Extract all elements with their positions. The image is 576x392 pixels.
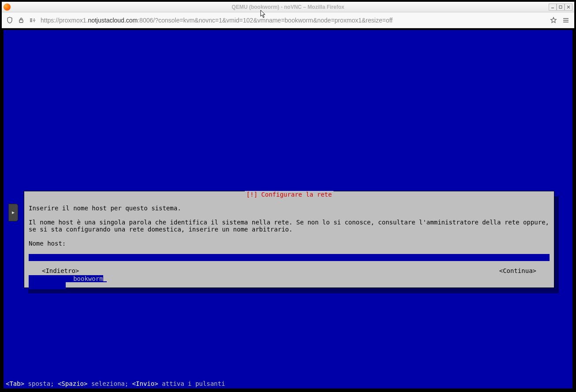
help-enter-key: <Invio>: [132, 380, 158, 387]
help-enter-text: attiva i pulsanti: [158, 380, 225, 387]
svg-rect-4: [19, 20, 23, 22]
hostname-label: Nome host:: [29, 240, 550, 247]
hamburger-menu-icon[interactable]: [562, 16, 570, 24]
help-tab-key: <Tab>: [6, 380, 24, 387]
dialog-title: [!] Configurare la rete: [245, 191, 334, 198]
chevron-right-icon: ▶: [12, 209, 15, 216]
text-cursor: [103, 275, 107, 281]
url-domain: notjustacloud.com: [88, 17, 138, 24]
hostname-value: bookworm: [73, 275, 103, 282]
svg-point-5: [34, 19, 35, 19]
window-title: QEMU (bookworm) - noVNC – Mozilla Firefo…: [232, 4, 344, 10]
help-tab-text: sposta;: [24, 380, 58, 387]
close-icon: [566, 5, 571, 9]
maximize-icon: [558, 5, 563, 9]
bookmark-star-icon[interactable]: [550, 16, 557, 24]
dialog-title-row: [!] Configurare la rete: [24, 191, 554, 198]
lock-icon[interactable]: [18, 17, 25, 24]
close-button[interactable]: [565, 4, 572, 11]
back-button[interactable]: <Indietro>: [42, 267, 79, 274]
url-input[interactable]: https://proxmox1.notjustacloud.com:8006/…: [41, 17, 545, 24]
firefox-icon: [4, 4, 11, 11]
input-underline: ________________________________________…: [29, 254, 550, 261]
help-space-text: seleziona;: [87, 380, 132, 387]
help-line: <Tab> sposta; <Spazio> seleziona; <Invio…: [6, 380, 570, 387]
maximize-button[interactable]: [557, 4, 565, 11]
installer-dialog: [!] Configurare la rete Inserire il nome…: [24, 191, 554, 288]
svg-point-6: [34, 21, 35, 22]
continue-button[interactable]: <Continua>: [499, 267, 536, 274]
window-frame: QEMU (bookworm) - noVNC – Mozilla Firefo…: [0, 0, 576, 392]
dialog-buttons: <Indietro> <Continua>: [42, 267, 536, 274]
shield-icon[interactable]: [6, 17, 13, 24]
dialog-paragraph-2: Il nome host è una singola parola che id…: [29, 219, 550, 233]
svg-rect-1: [559, 6, 562, 8]
help-space-key: <Spazio>: [58, 380, 87, 387]
vnc-console[interactable]: ▶ [!] Configurare la rete Inserire il no…: [4, 30, 572, 388]
titlebar-left: [4, 4, 11, 11]
permissions-icon[interactable]: [29, 17, 36, 24]
minimize-button[interactable]: [549, 4, 557, 11]
url-path: :8006/?console=kvm&novnc=1&vmid=102&vmna…: [138, 17, 393, 24]
hostname-input[interactable]: ________________________________________…: [29, 254, 550, 261]
window-controls: [549, 4, 572, 11]
url-protocol: https://proxmox1.: [41, 17, 88, 24]
novnc-panel-handle[interactable]: ▶: [8, 204, 18, 221]
minimize-icon: [550, 5, 555, 9]
dialog-paragraph-1: Inserire il nome host per questo sistema…: [29, 205, 550, 212]
titlebar: QEMU (bookworm) - noVNC – Mozilla Firefo…: [2, 2, 574, 12]
addressbar: https://proxmox1.notjustacloud.com:8006/…: [2, 12, 574, 28]
